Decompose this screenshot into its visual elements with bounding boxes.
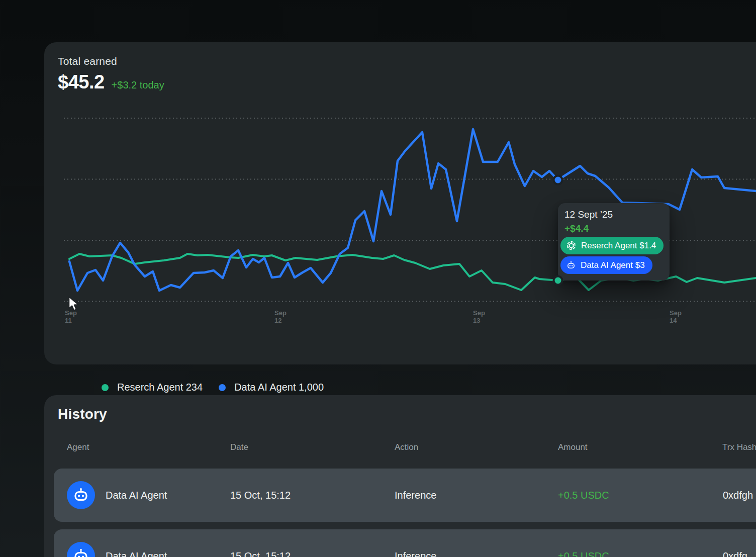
- chart-tooltip: 12 Sept ’25 +$4.4 Reserch Agent $1.4: [558, 203, 670, 281]
- tooltip-date: 12 Sept ’25: [564, 209, 613, 220]
- column-header-amount: Amount: [558, 442, 588, 452]
- legend-item-data-ai-agent[interactable]: Data AI Agent 1,000: [219, 382, 324, 393]
- history-card: History Agent Date Action Amount Trx Has…: [44, 395, 756, 557]
- agent-avatar: [67, 542, 95, 557]
- row-amount: +0.5 USDC: [558, 490, 609, 501]
- robot-avatar-icon: [72, 547, 89, 557]
- column-header-agent: Agent: [67, 442, 89, 452]
- tooltip-item-data-ai-agent: Data AI Agent $3: [560, 256, 652, 274]
- row-date: 15 Oct, 15:12: [230, 490, 291, 501]
- column-header-action: Action: [395, 442, 418, 452]
- column-header-date: Date: [230, 442, 248, 452]
- agent-name: Data AI Agent: [106, 550, 167, 557]
- legend-label: Reserch Agent 234: [117, 382, 203, 393]
- agent-avatar: [67, 481, 95, 509]
- row-amount: +0.5 USDC: [558, 550, 609, 557]
- legend: Reserch Agent 234 Data AI Agent 1,000: [102, 382, 324, 393]
- table-row[interactable]: Data AI Agent 15 Oct, 15:12 Inference +0…: [54, 529, 756, 557]
- table-row[interactable]: Data AI Agent 15 Oct, 15:12 Inference +0…: [54, 469, 756, 522]
- row-trx-hash: 0xdfgh: [723, 490, 753, 501]
- robot-icon: [566, 260, 576, 270]
- earnings-summary: $45.2 +$3.2 today: [58, 71, 164, 93]
- legend-item-research-agent[interactable]: Reserch Agent 234: [102, 382, 203, 393]
- tooltip-total: +$4.4: [564, 223, 589, 234]
- tooltip-item-label: Data AI Agent $3: [581, 260, 645, 270]
- legend-label: Data AI Agent 1,000: [234, 382, 324, 393]
- column-header-trx-hash: Trx Hash: [722, 442, 756, 452]
- openai-icon: [566, 240, 577, 251]
- earnings-label: Total earned: [58, 55, 117, 67]
- earnings-value: $45.2: [58, 71, 105, 93]
- tooltip-item-label: Reserch Agent $1.4: [581, 241, 656, 251]
- agent-name: Data AI Agent: [106, 490, 167, 501]
- robot-avatar-icon: [72, 487, 89, 504]
- history-title: History: [58, 406, 107, 422]
- legend-dot-data-ai: [219, 384, 226, 391]
- hover-marker: [553, 175, 563, 185]
- row-trx-hash: 0xdfg: [723, 550, 747, 557]
- legend-dot-research: [102, 384, 109, 391]
- row-action: Inference: [395, 490, 436, 501]
- hover-marker: [553, 275, 563, 286]
- page-background: { "summary": { "label": "Total earned", …: [0, 0, 756, 557]
- tooltip-item-research-agent: Reserch Agent $1.4: [560, 237, 664, 254]
- row-action: Inference: [395, 550, 436, 557]
- earnings-delta: +$3.2 today: [112, 79, 164, 91]
- row-date: 15 Oct, 15:12: [230, 550, 291, 557]
